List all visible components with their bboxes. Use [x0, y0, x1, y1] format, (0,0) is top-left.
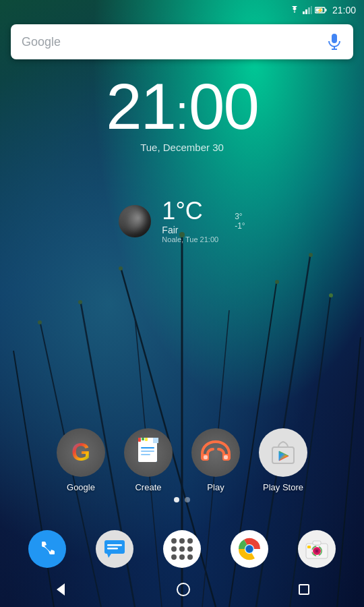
playstore-icon: [259, 428, 307, 477]
status-time: 21:00: [332, 5, 356, 16]
svg-rect-63: [299, 585, 309, 594]
svg-point-62: [177, 583, 189, 596]
nav-back-button[interactable]: [49, 577, 74, 602]
page-dot-1: [174, 497, 179, 502]
playstore-label: Play Store: [263, 482, 303, 492]
phone-icon: [28, 530, 66, 568]
clock-date: Tue, December 30: [140, 142, 224, 153]
camera-icon: [298, 530, 336, 568]
search-placeholder: Google: [22, 35, 326, 49]
svg-rect-42: [224, 455, 228, 459]
drawer-icon: [163, 530, 201, 568]
app-playstore[interactable]: Play Store: [259, 428, 307, 492]
svg-rect-38: [145, 438, 148, 441]
weather-range: 3° -1°: [235, 212, 245, 231]
nav-home-button[interactable]: [171, 577, 196, 602]
signal-icon: [303, 6, 312, 14]
svg-rect-36: [138, 438, 141, 442]
svg-rect-37: [142, 438, 144, 440]
svg-rect-33: [141, 447, 154, 449]
weather-location: Noale, Tue 21:00: [162, 235, 218, 243]
svg-rect-59: [307, 546, 311, 548]
page-dot-2: [185, 497, 190, 502]
svg-rect-18: [303, 11, 305, 14]
svg-rect-21: [311, 6, 312, 14]
dock-chrome[interactable]: [231, 530, 268, 568]
battery-icon: ⚡: [315, 6, 327, 14]
svg-point-52: [246, 546, 253, 552]
google-label: Google: [67, 482, 95, 492]
svg-rect-45: [104, 540, 125, 554]
svg-marker-61: [57, 583, 65, 596]
svg-rect-35: [141, 454, 150, 455]
weather-high: 3°: [235, 212, 242, 221]
dock-drawer[interactable]: [163, 530, 201, 568]
svg-rect-58: [313, 541, 321, 545]
clock-widget: 21 : 00 Tue, December 30: [0, 74, 364, 153]
weather-widget: 1°C Fair Noale, Tue 21:00 3° -1°: [0, 199, 364, 243]
headphones-svg: [200, 439, 232, 466]
search-bar[interactable]: Google: [11, 24, 353, 59]
chrome-icon: [231, 530, 268, 568]
page-indicators: [0, 497, 364, 502]
weather-condition: Fair: [162, 225, 218, 235]
moon-icon: [119, 205, 151, 237]
clock-minutes: 00: [189, 74, 258, 139]
nav-recents-button[interactable]: [293, 578, 315, 601]
docs-svg: [135, 438, 161, 467]
playstore-svg: [268, 438, 298, 467]
svg-rect-20: [308, 7, 310, 14]
weather-low: -1°: [235, 221, 245, 231]
play-icon: [191, 428, 240, 477]
create-label: Create: [135, 482, 161, 492]
svg-rect-19: [305, 9, 307, 14]
svg-rect-47: [107, 544, 122, 546]
svg-rect-26: [332, 34, 337, 43]
status-icons: ⚡: [289, 6, 327, 14]
svg-marker-46: [107, 554, 111, 558]
clock-separator: :: [175, 88, 189, 136]
messages-icon: [96, 530, 133, 568]
nav-bar: [0, 572, 364, 607]
drawer-dots: [169, 536, 195, 562]
svg-rect-32: [153, 438, 158, 443]
create-icon: [124, 428, 173, 477]
weather-info: 1°C Fair Noale, Tue 21:00: [162, 199, 218, 243]
dock-phone[interactable]: [28, 530, 66, 568]
svg-rect-48: [107, 548, 118, 550]
wifi-icon: [289, 6, 300, 14]
mic-icon[interactable]: [326, 34, 342, 50]
dock: [0, 530, 364, 568]
weather-temperature: 1°C: [162, 199, 218, 223]
dock-messages[interactable]: [96, 530, 133, 568]
svg-rect-23: [325, 9, 326, 11]
app-grid: G Google Create: [0, 428, 364, 492]
svg-rect-34: [141, 451, 154, 452]
app-play[interactable]: Play: [191, 428, 240, 492]
svg-rect-41: [204, 455, 208, 459]
play-label: Play: [207, 482, 224, 492]
status-bar: ⚡ 21:00: [0, 0, 364, 20]
app-google[interactable]: G Google: [57, 428, 105, 492]
clock-time: 21 : 00: [106, 74, 258, 139]
app-create[interactable]: Create: [124, 428, 173, 492]
clock-hours: 21: [106, 74, 175, 139]
svg-point-57: [315, 550, 318, 552]
google-icon: G: [57, 428, 105, 477]
svg-text:⚡: ⚡: [317, 7, 324, 13]
dock-camera[interactable]: [298, 530, 336, 568]
